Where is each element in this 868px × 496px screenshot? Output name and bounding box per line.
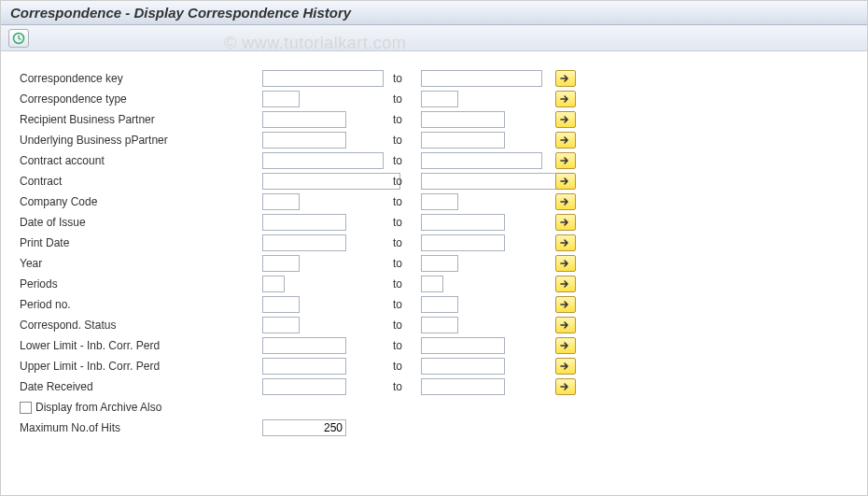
- to-input[interactable]: [421, 337, 505, 354]
- field-label: Periods: [20, 277, 262, 291]
- max-hits-input[interactable]: [262, 419, 346, 436]
- arrow-right-icon: [560, 156, 571, 165]
- to-input[interactable]: [421, 173, 559, 190]
- to-label: to: [393, 380, 421, 393]
- field-label: Year: [20, 257, 262, 270]
- to-label: to: [393, 113, 421, 126]
- arrow-right-icon: [560, 238, 571, 248]
- to-label: to: [393, 339, 421, 352]
- field-label: Period no.: [20, 298, 262, 311]
- from-input[interactable]: [262, 214, 346, 231]
- window-title: Correspondence - Display Correspondence …: [1, 1, 867, 25]
- multiple-selection-button[interactable]: [555, 70, 576, 87]
- clock-execute-icon: [12, 32, 25, 45]
- field-label: Correspond. Status: [20, 319, 262, 332]
- to-label: to: [393, 236, 421, 249]
- to-input[interactable]: [421, 317, 458, 333]
- field-label: Recipient Business Partner: [20, 113, 262, 126]
- multiple-selection-button[interactable]: [555, 276, 576, 292]
- to-input[interactable]: [421, 91, 458, 107]
- arrow-right-icon: [560, 259, 571, 268]
- multiple-selection-button[interactable]: [555, 173, 576, 190]
- max-hits-row: Maximum No.of Hits: [20, 418, 858, 438]
- field-label: Contract: [20, 175, 262, 188]
- toolbar: [1, 25, 867, 51]
- from-input[interactable]: [262, 276, 285, 292]
- to-input[interactable]: [421, 70, 542, 87]
- from-input[interactable]: [262, 173, 400, 190]
- field-row: Lower Limit - Inb. Corr. Perdto: [20, 335, 858, 356]
- max-hits-label: Maximum No.of Hits: [20, 421, 262, 434]
- multiple-selection-button[interactable]: [555, 214, 576, 231]
- multiple-selection-button[interactable]: [555, 111, 576, 128]
- from-input[interactable]: [262, 152, 384, 169]
- archive-checkbox[interactable]: [20, 402, 32, 414]
- arrow-right-icon: [560, 341, 571, 350]
- to-input[interactable]: [421, 378, 505, 395]
- to-input[interactable]: [421, 111, 505, 128]
- multiple-selection-button[interactable]: [555, 193, 576, 210]
- to-input[interactable]: [421, 296, 458, 313]
- field-label: Contract account: [20, 154, 262, 167]
- field-label: Print Date: [20, 236, 262, 249]
- selection-screen: Correspondence keytoCorrespondence typet…: [1, 51, 867, 447]
- multiple-selection-button[interactable]: [555, 358, 576, 375]
- to-input[interactable]: [421, 255, 458, 272]
- to-input[interactable]: [421, 276, 443, 292]
- multiple-selection-button[interactable]: [555, 132, 576, 149]
- multiple-selection-button[interactable]: [555, 91, 576, 107]
- archive-checkbox-label: Display from Archive Also: [35, 401, 161, 414]
- from-input[interactable]: [262, 111, 346, 128]
- multiple-selection-button[interactable]: [555, 234, 576, 251]
- arrow-right-icon: [560, 320, 571, 330]
- from-input[interactable]: [262, 317, 300, 333]
- to-label: to: [393, 360, 421, 373]
- to-input[interactable]: [421, 214, 505, 231]
- to-input[interactable]: [421, 132, 505, 149]
- field-row: Period no.to: [20, 294, 858, 315]
- field-row: Periodsto: [20, 274, 858, 294]
- from-input[interactable]: [262, 70, 384, 87]
- field-label: Lower Limit - Inb. Corr. Perd: [20, 339, 262, 352]
- field-row: Contractto: [20, 171, 858, 191]
- from-input[interactable]: [262, 378, 346, 395]
- field-row: Upper Limit - Inb. Corr. Perdto: [20, 356, 858, 376]
- to-input[interactable]: [421, 152, 542, 169]
- arrow-right-icon: [560, 177, 571, 186]
- to-label: to: [393, 134, 421, 147]
- to-label: to: [393, 175, 421, 188]
- from-input[interactable]: [262, 296, 300, 313]
- multiple-selection-button[interactable]: [555, 337, 576, 354]
- execute-button[interactable]: [8, 29, 29, 48]
- to-input[interactable]: [421, 234, 505, 251]
- to-input[interactable]: [421, 193, 458, 210]
- arrow-right-icon: [560, 94, 571, 104]
- arrow-right-icon: [560, 361, 571, 371]
- to-input[interactable]: [421, 358, 505, 375]
- to-label: to: [393, 195, 421, 208]
- field-row: Date Receivedto: [20, 376, 858, 397]
- arrow-right-icon: [560, 197, 571, 206]
- from-input[interactable]: [262, 234, 346, 251]
- to-label: to: [393, 216, 421, 229]
- from-input[interactable]: [262, 255, 300, 272]
- arrow-right-icon: [560, 279, 571, 289]
- to-label: to: [393, 72, 421, 85]
- field-label: Company Code: [20, 195, 262, 208]
- from-input[interactable]: [262, 132, 346, 149]
- multiple-selection-button[interactable]: [555, 378, 576, 395]
- arrow-right-icon: [560, 382, 571, 391]
- multiple-selection-button[interactable]: [555, 317, 576, 333]
- from-input[interactable]: [262, 358, 346, 375]
- field-row: Date of Issueto: [20, 212, 858, 233]
- multiple-selection-button[interactable]: [555, 296, 576, 313]
- multiple-selection-button[interactable]: [555, 152, 576, 169]
- to-label: to: [393, 257, 421, 270]
- field-label: Underlying Business pPartner: [20, 134, 262, 147]
- from-input[interactable]: [262, 91, 300, 107]
- field-row: Underlying Business pPartnerto: [20, 130, 858, 150]
- archive-checkbox-row: Display from Archive Also: [20, 397, 858, 418]
- from-input[interactable]: [262, 193, 300, 210]
- from-input[interactable]: [262, 337, 346, 354]
- multiple-selection-button[interactable]: [555, 255, 576, 272]
